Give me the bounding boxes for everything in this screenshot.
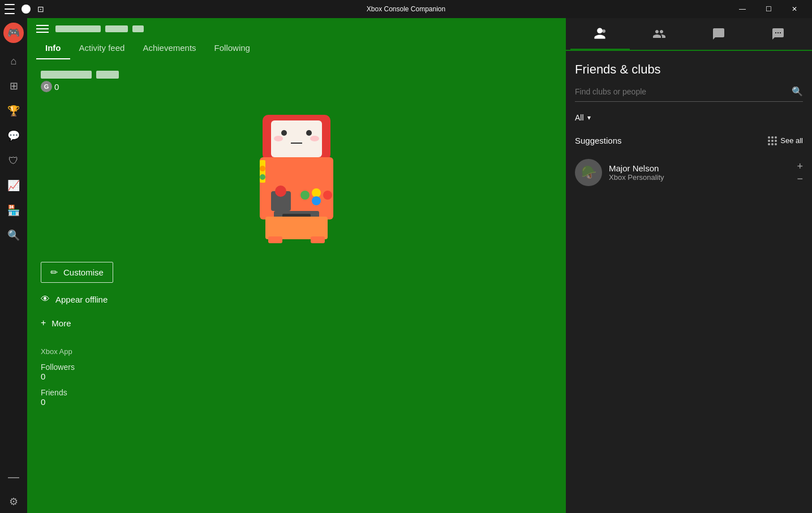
- svg-point-13: [312, 196, 321, 205]
- followers-value: 0: [41, 372, 552, 381]
- profile-header: G 0: [41, 71, 552, 92]
- search-input[interactable]: [575, 87, 792, 96]
- filter-label: All: [575, 113, 584, 122]
- svg-rect-16: [265, 217, 328, 239]
- appear-offline-button[interactable]: 👁 Appear offline: [41, 292, 552, 307]
- appear-offline-icon: 👁: [41, 294, 50, 304]
- content-area: Info Activity feed Achievements Followin…: [27, 18, 566, 513]
- close-button[interactable]: ✕: [781, 0, 807, 18]
- major-nelson-actions: + −: [797, 161, 803, 184]
- avatar-section: [41, 104, 552, 245]
- right-panel-tabs: [566, 18, 812, 51]
- svg-rect-18: [311, 236, 325, 243]
- right-panel-content: Friends & clubs 🔍 All ▾ Suggestions: [566, 51, 812, 513]
- svg-rect-17: [268, 236, 282, 243]
- window-title: Xbox Console Companion: [367, 5, 445, 13]
- xbox-app-label: Xbox App: [41, 347, 552, 356]
- followers-stat: Followers 0: [41, 363, 552, 381]
- message-list-icon: [771, 27, 785, 41]
- customise-icon: ✏: [50, 267, 58, 278]
- more-icon: +: [41, 318, 46, 328]
- tab-following[interactable]: Following: [205, 37, 259, 59]
- rp-tab-chat[interactable]: [689, 18, 749, 50]
- sidebar-item-home[interactable]: ⌂: [2, 50, 25, 72]
- gamertag-bar-2: [96, 71, 119, 79]
- sidebar-item-minus[interactable]: —: [2, 465, 25, 488]
- rp-tab-people[interactable]: [630, 18, 689, 50]
- friends-stat: Friends 0: [41, 388, 552, 407]
- svg-point-5: [310, 136, 319, 141]
- chat-bubble-icon: [712, 27, 725, 41]
- suggestions-header: Suggestions See all: [575, 136, 803, 145]
- suggestion-item-major-nelson: 🪖 Major Nelson Xbox Personality + −: [575, 154, 803, 191]
- refresh-icon[interactable]: [22, 4, 31, 14]
- friends-icon: [593, 27, 607, 40]
- tab-achievements[interactable]: Achievements: [134, 37, 205, 59]
- profile-info: G 0: [41, 71, 119, 92]
- major-nelson-subtitle: Xbox Personality: [609, 173, 790, 182]
- sidebar-item-grid[interactable]: ⊞: [2, 75, 25, 97]
- minimize-button[interactable]: —: [729, 0, 755, 18]
- more-button[interactable]: + More: [41, 316, 552, 330]
- right-panel: Friends & clubs 🔍 All ▾ Suggestions: [566, 18, 812, 513]
- top-nav: Info Activity feed Achievements Followin…: [27, 18, 566, 59]
- top-nav-header: [27, 18, 566, 37]
- gamertag-blur-bar-2: [105, 25, 128, 32]
- search-icon[interactable]: 🔍: [792, 86, 803, 97]
- customise-label: Customise: [63, 268, 104, 277]
- tab-activity-feed[interactable]: Activity feed: [70, 37, 134, 59]
- rp-tab-messages[interactable]: [748, 18, 807, 50]
- sidebar-item-trophy[interactable]: 🏆: [2, 100, 25, 122]
- nav-tabs: Info Activity feed Achievements Followin…: [27, 37, 566, 59]
- more-label: More: [51, 318, 71, 328]
- titlebar-menu-icon[interactable]: [5, 4, 15, 14]
- svg-point-9: [275, 186, 286, 197]
- snap-icon[interactable]: ⊡: [37, 5, 44, 14]
- gamerscore-icon: G: [41, 81, 52, 92]
- main-content: G 0: [27, 59, 566, 513]
- sidebar-item-store[interactable]: 🏪: [2, 199, 25, 222]
- add-friend-button[interactable]: +: [797, 161, 803, 171]
- svg-point-22: [602, 29, 605, 33]
- profile-name-area: [55, 25, 144, 32]
- right-panel-title: Friends & clubs: [575, 62, 803, 77]
- svg-point-12: [323, 191, 332, 200]
- filter-row[interactable]: All ▾: [575, 113, 803, 122]
- svg-point-4: [274, 136, 283, 141]
- nav-menu-icon[interactable]: [36, 25, 49, 33]
- grid-view-icon: [768, 136, 777, 145]
- tab-info[interactable]: Info: [36, 37, 70, 59]
- gamertag-blur-bar: [55, 25, 101, 32]
- rp-tab-friends[interactable]: [570, 18, 630, 50]
- app-body: 🎮 ⌂ ⊞ 🏆 💬 🛡 📈 🏪 🔍 — ⚙: [0, 18, 812, 513]
- sidebar-item-trending[interactable]: 📈: [2, 174, 25, 197]
- maximize-button[interactable]: ☐: [755, 0, 781, 18]
- sidebar-item-settings[interactable]: ⚙: [2, 490, 25, 513]
- titlebar: ⊡ Xbox Console Companion — ☐ ✕: [0, 0, 812, 18]
- svg-rect-7: [260, 157, 333, 219]
- sidebar-item-shield[interactable]: 🛡: [2, 149, 25, 172]
- sidebar-item-search[interactable]: 🔍: [2, 224, 25, 247]
- friends-value: 0: [41, 397, 552, 407]
- gamertag-blur: [41, 71, 119, 79]
- gamertag-bar-1: [41, 71, 92, 79]
- people-icon: [652, 27, 666, 41]
- svg-point-20: [260, 166, 265, 171]
- stats-section: Xbox App Followers 0 Friends 0: [41, 347, 552, 407]
- major-nelson-name: Major Nelson: [609, 163, 790, 173]
- gamerscore-value: 0: [54, 82, 59, 92]
- svg-point-10: [300, 191, 310, 200]
- dismiss-suggestion-button[interactable]: −: [797, 174, 803, 184]
- user-avatar[interactable]: 🎮: [3, 23, 24, 43]
- sidebar-item-chat[interactable]: 💬: [2, 124, 25, 147]
- titlebar-controls: — ☐ ✕: [729, 0, 807, 18]
- see-all-button[interactable]: See all: [768, 136, 803, 145]
- search-bar: 🔍: [575, 86, 803, 102]
- svg-point-21: [260, 174, 265, 180]
- chevron-down-icon: ▾: [587, 114, 591, 122]
- titlebar-left: ⊡: [5, 4, 44, 14]
- customise-button[interactable]: ✏ Customise: [41, 262, 113, 283]
- gamertag-blur-bar-3: [132, 25, 144, 32]
- svg-point-3: [306, 130, 312, 136]
- see-all-label: See all: [780, 136, 803, 145]
